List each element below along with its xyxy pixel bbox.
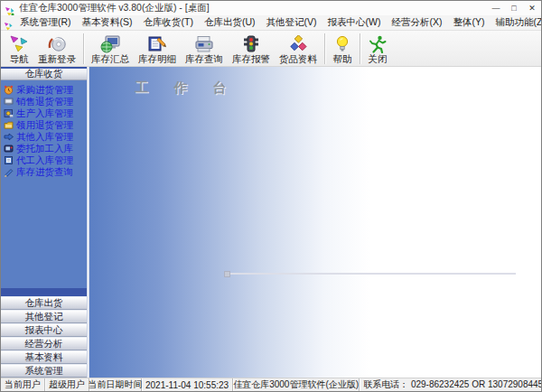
- sidebar: 仓库收货 采购进货管理: [1, 67, 87, 378]
- navigation-icon: [9, 33, 29, 53]
- toolbar-button-inventory-query[interactable]: 库存查询: [181, 32, 228, 66]
- status-bar: 当前用户 超级用户 当前日期时间 2021-11-04 10:55:23 佳宜仓…: [1, 378, 541, 391]
- status-datetime-label: 当前日期时间: [89, 378, 142, 391]
- sidebar-section-warehouse-out[interactable]: 仓库出货: [1, 296, 87, 310]
- sidebar-strip: [1, 288, 87, 296]
- window-controls: — □ ✕: [487, 1, 541, 15]
- toolbar-button-relogin[interactable]: 重新登录: [33, 32, 80, 66]
- menu-auxiliary[interactable]: 辅助功能(Z): [490, 16, 542, 29]
- status-contact: 联系电话： 029-86232425 OR 13072908445: [360, 378, 542, 391]
- toolbar-label: 关闭: [369, 53, 388, 64]
- toolbar-label: 库存报警: [232, 53, 270, 64]
- inventory-summary-icon: [99, 33, 121, 53]
- consign-process-icon: [4, 144, 14, 154]
- sidebar-item-other-in[interactable]: 其他入库管理: [4, 131, 87, 143]
- sidebar-item-requisition-return[interactable]: 领用退货管理: [4, 119, 87, 131]
- relogin-icon: [47, 33, 67, 53]
- menu-report-center[interactable]: 报表中心(W): [322, 16, 387, 29]
- goods-info-icon: [288, 33, 308, 53]
- app-window: 佳宜仓库3000管理软件 v3.80(企业版) - [桌面] — □ ✕ 系统管…: [0, 0, 542, 392]
- toolbar-button-inventory-detail[interactable]: 库存明细: [134, 32, 181, 66]
- app-logo-icon: [5, 4, 14, 14]
- toolbar-separator: [360, 33, 360, 64]
- workspace: 工 作 台: [89, 67, 541, 378]
- sidebar-item-label: 委托加工入库: [16, 143, 73, 155]
- requisition-return-icon: [4, 120, 14, 130]
- toolbar: 导航 重新登录: [1, 31, 541, 67]
- menu-basic-data[interactable]: 基本资料(S): [77, 16, 138, 29]
- sidebar-section-business-analysis[interactable]: 经营分析: [1, 337, 87, 350]
- production-in-icon: [4, 108, 14, 118]
- workspace-divider: [225, 273, 516, 275]
- toolbar-separator: [83, 33, 84, 64]
- toolbar-label: 货品资料: [279, 53, 317, 64]
- toolbar-button-help[interactable]: 帮助: [328, 32, 357, 66]
- sidebar-item-consign-process[interactable]: 委托加工入库: [4, 143, 87, 154]
- minimize-button[interactable]: —: [487, 1, 505, 15]
- sidebar-item-purchase-in[interactable]: 采购进货管理: [4, 84, 87, 96]
- sidebar-item-label: 领用退货管理: [16, 119, 73, 132]
- menu-overall[interactable]: 整体(Y): [447, 16, 490, 29]
- menu-system[interactable]: 系统管理(R): [14, 16, 77, 29]
- toolbar-separator: [324, 33, 325, 64]
- mdi-child-icon: [4, 18, 13, 27]
- oem-in-icon: [4, 155, 14, 165]
- sidebar-item-label: 采购进货管理: [16, 84, 73, 97]
- toolbar-button-exit[interactable]: 关闭: [363, 32, 392, 66]
- sidebar-item-list: 采购进货管理 销售退货管理: [1, 80, 87, 178]
- workspace-watermark: 工 作 台: [135, 79, 237, 97]
- menu-warehouse-in[interactable]: 仓库收货(T): [138, 16, 199, 29]
- sidebar-item-label: 其他入库管理: [16, 131, 73, 144]
- sidebar-item-label: 生产入库管理: [16, 107, 73, 120]
- maximize-button[interactable]: □: [505, 1, 523, 15]
- sidebar-section-basic-data[interactable]: 基本资料: [1, 350, 87, 364]
- close-button[interactable]: ✕: [523, 1, 541, 15]
- status-user-value: 超级用户: [45, 378, 89, 391]
- toolbar-label: 重新登录: [38, 53, 76, 64]
- sidebar-item-production-in[interactable]: 生产入库管理: [4, 107, 87, 119]
- sidebar-item-oem-in[interactable]: 代工入库管理: [4, 154, 87, 166]
- toolbar-label: 库存汇总: [91, 53, 129, 64]
- status-datetime-value: 2021-11-04 10:55:23: [142, 378, 233, 391]
- menu-other-register[interactable]: 其他登记(V): [261, 16, 322, 29]
- toolbar-button-inventory-alarm[interactable]: 库存报警: [228, 32, 275, 66]
- toolbar-label: 帮助: [333, 53, 352, 64]
- other-in-icon: [4, 132, 14, 142]
- toolbar-button-navigate[interactable]: 导航: [5, 32, 33, 66]
- sidebar-item-label: 销售退货管理: [16, 96, 73, 108]
- menu-warehouse-out[interactable]: 仓库出货(U): [199, 16, 261, 29]
- main-body: 仓库收货 采购进货管理: [1, 67, 541, 378]
- toolbar-button-goods-info[interactable]: 货品资料: [275, 32, 322, 66]
- title-bar: 佳宜仓库3000管理软件 v3.80(企业版) - [桌面] — □ ✕: [1, 1, 541, 15]
- sidebar-item-label: 代工入库管理: [16, 154, 73, 167]
- sidebar-item-sales-return[interactable]: 销售退货管理: [4, 96, 87, 107]
- exit-icon: [368, 33, 388, 53]
- purchase-in-icon: [4, 85, 14, 95]
- toolbar-button-inventory-summary[interactable]: 库存汇总: [87, 32, 134, 66]
- help-icon: [332, 33, 352, 53]
- sidebar-section-warehouse-in[interactable]: 仓库收货: [1, 67, 87, 80]
- sidebar-item-label: 库存进货查询: [16, 166, 73, 179]
- inventory-alarm-icon: [241, 33, 261, 53]
- sidebar-filler: [1, 178, 87, 288]
- stock-in-query-icon: [4, 167, 14, 177]
- inventory-detail-icon: [147, 33, 167, 53]
- sidebar-section-other-register[interactable]: 其他登记: [1, 310, 87, 323]
- sales-return-icon: [4, 97, 14, 107]
- sidebar-section-report-center[interactable]: 报表中心: [1, 323, 87, 337]
- sidebar-item-stock-in-query[interactable]: 库存进货查询: [4, 166, 87, 178]
- toolbar-label: 库存明细: [138, 53, 176, 64]
- status-user-label: 当前用户: [1, 378, 45, 391]
- menu-business-analysis[interactable]: 经营分析(X): [386, 16, 447, 29]
- window-title: 佳宜仓库3000管理软件 v3.80(企业版) - [桌面]: [19, 2, 487, 14]
- toolbar-label: 导航: [10, 53, 29, 64]
- status-product-name: 佳宜仓库3000管理软件(企业版): [233, 378, 360, 391]
- sidebar-section-system[interactable]: 系统管理: [1, 364, 87, 378]
- toolbar-label: 库存查询: [185, 53, 223, 64]
- inventory-query-icon: [194, 33, 214, 53]
- menu-bar: 系统管理(R) 基本资料(S) 仓库收货(T) 仓库出货(U) 其他登记(V) …: [1, 15, 541, 31]
